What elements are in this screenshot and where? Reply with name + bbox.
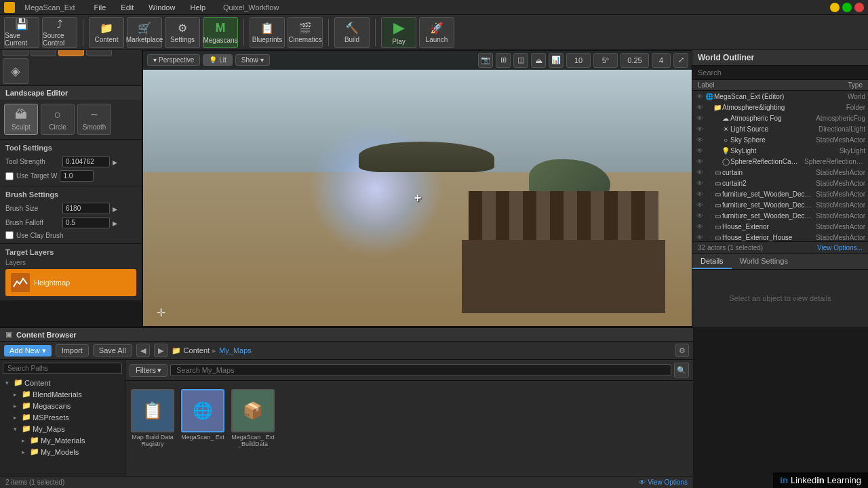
- cinematics-button[interactable]: 🎬Cinematics: [288, 17, 323, 48]
- breadcrumb-my-maps[interactable]: My_Maps: [219, 346, 252, 354]
- menu-help[interactable]: Help: [187, 2, 208, 13]
- outliner-item[interactable]: 👁 ▭ furniture_set_Wooden_Deck_Table Stat…: [692, 210, 868, 221]
- tree-item[interactable]: ▸ 📁 Megascans: [3, 400, 122, 411]
- viewport-maximize-button[interactable]: ⤢: [673, 53, 688, 68]
- navigate-back-button[interactable]: ◀: [136, 344, 150, 357]
- search-paths-input[interactable]: [3, 363, 122, 374]
- visibility-icon[interactable]: 👁: [695, 124, 705, 134]
- outliner-view-options-button[interactable]: View Options...: [817, 244, 863, 251]
- viewport-perspective-dropdown[interactable]: ▾ Perspective: [147, 54, 200, 66]
- viewport-angle-button[interactable]: 5°: [593, 53, 618, 68]
- viewport-scale-button[interactable]: 0.25: [620, 53, 649, 68]
- geometry-mode-button[interactable]: ◈: [3, 58, 28, 84]
- navigate-forward-button[interactable]: ▶: [154, 344, 167, 357]
- use-target-input[interactable]: [60, 170, 94, 182]
- tab-details[interactable]: Details: [692, 254, 732, 269]
- filters-button[interactable]: Filters ▾: [130, 364, 167, 377]
- megascans-button[interactable]: MMegascans: [203, 17, 238, 48]
- visibility-icon[interactable]: 👁: [695, 211, 705, 220]
- visibility-icon[interactable]: 👁: [695, 102, 705, 112]
- outliner-item[interactable]: 👁 ▭ furniture_set_Wooden_Deck_Chair Stat…: [692, 199, 868, 210]
- outliner-search-input[interactable]: [692, 66, 868, 80]
- outliner-item[interactable]: 👁 ▭ curtain StaticMeshActor: [692, 167, 868, 178]
- save-current-button[interactable]: 💾Save Current: [4, 17, 39, 48]
- outliner-item[interactable]: 👁 🌐 MegaScan_Ext (Editor) World: [692, 91, 868, 102]
- outliner-item[interactable]: 👁 ☁ Atmospheric Fog AtmosphericFog: [692, 113, 868, 123]
- settings-button[interactable]: ⚙Settings: [165, 17, 200, 48]
- tab-world-settings[interactable]: World Settings: [732, 254, 796, 269]
- content-button[interactable]: 📁Content: [89, 17, 124, 48]
- brush-size-expand[interactable]: ▸: [113, 203, 117, 214]
- outliner-item[interactable]: 👁 ▭ furniture_set_Wooden_Deck_Chair Stat…: [692, 188, 868, 199]
- tree-item[interactable]: ▸ 📁 My_Models: [3, 446, 122, 458]
- menu-file[interactable]: File: [92, 2, 109, 13]
- cb-view-options-button[interactable]: 👁 View Options: [639, 479, 688, 486]
- viewport-lit-button[interactable]: 💡 Lit: [203, 54, 233, 66]
- menu-window[interactable]: Window: [146, 2, 178, 13]
- heightmap-layer[interactable]: Heightmap: [5, 269, 136, 296]
- import-button[interactable]: Import: [56, 344, 89, 357]
- tool-strength-expand[interactable]: ▸: [113, 157, 117, 167]
- tree-item[interactable]: ▾ 📁 Content: [3, 377, 122, 388]
- outliner-item[interactable]: 👁 💡 SkyLight SkyLight: [692, 145, 868, 156]
- save-all-button[interactable]: Save All: [93, 344, 132, 357]
- outliner-item[interactable]: 👁 ▭ House_Exterior_House StaticMeshActor: [692, 232, 868, 241]
- outliner-item[interactable]: 👁 ▭ curtain2 StaticMeshActor: [692, 178, 868, 188]
- content-search-button[interactable]: 🔍: [674, 363, 689, 378]
- visibility-icon[interactable]: 👁: [695, 135, 705, 144]
- tree-item[interactable]: ▾ 📁 My_Maps: [3, 423, 122, 434]
- viewport-camera-button[interactable]: 📷: [478, 53, 493, 68]
- brush-falloff-expand[interactable]: ▸: [113, 218, 117, 228]
- maximize-button[interactable]: [842, 3, 852, 12]
- sculpt-tool-button[interactable]: 🏔 Sculpt: [4, 104, 38, 135]
- visibility-icon[interactable]: 👁: [695, 178, 705, 188]
- outliner-item[interactable]: 👁 ○ Sky Sphere StaticMeshActor: [692, 134, 868, 145]
- viewport-fov-button[interactable]: 10: [566, 53, 591, 68]
- cb-settings-button[interactable]: ⚙: [675, 344, 689, 357]
- outliner-item[interactable]: 👁 📁 Atmosphere&lighting Folder: [692, 102, 868, 113]
- asset-item[interactable]: 🌐 MegaScan_ Ext: [180, 389, 226, 447]
- breadcrumb-content[interactable]: Content: [184, 346, 210, 354]
- launch-button[interactable]: 🚀Launch: [419, 17, 454, 48]
- use-clay-checkbox[interactable]: [5, 231, 14, 239]
- content-search-input[interactable]: [170, 364, 671, 376]
- marketplace-button[interactable]: 🛒Marketplace: [127, 17, 162, 48]
- viewport-grid-size-button[interactable]: 4: [652, 53, 671, 68]
- viewport-stats-button[interactable]: 📊: [549, 53, 564, 68]
- tree-item[interactable]: ▸ 📁 MSPresets: [3, 411, 122, 423]
- brush-size-input[interactable]: [62, 203, 110, 214]
- visibility-icon[interactable]: 👁: [695, 157, 705, 166]
- viewport-terrain-button[interactable]: ⛰: [531, 53, 546, 68]
- visibility-icon[interactable]: 👁: [695, 232, 705, 241]
- visibility-icon[interactable]: 👁: [695, 113, 705, 123]
- brush-falloff-input[interactable]: [62, 217, 110, 228]
- smooth-tool-button[interactable]: ~ Smooth: [77, 104, 111, 135]
- source-control-button[interactable]: ⤴Source Control: [42, 17, 77, 48]
- asset-item[interactable]: 📦 MegaScan_ Ext_BuildData: [230, 389, 276, 447]
- asset-item[interactable]: 📋 Map Build Data Registry: [130, 389, 176, 447]
- visibility-icon[interactable]: 👁: [695, 146, 705, 155]
- viewport-wireframe-button[interactable]: ◫: [513, 53, 528, 68]
- build-button[interactable]: 🔨Build: [334, 17, 370, 48]
- blueprints-button[interactable]: 📋Blueprints: [250, 17, 285, 48]
- use-target-checkbox[interactable]: [5, 172, 14, 180]
- viewport-show-button[interactable]: Show ▾: [235, 54, 270, 66]
- tool-strength-input[interactable]: [62, 156, 110, 167]
- play-button[interactable]: ▶Play: [381, 17, 416, 48]
- minimize-button[interactable]: [830, 3, 840, 12]
- visibility-icon[interactable]: 👁: [695, 167, 705, 177]
- tree-item[interactable]: ▸ 📁 BlendMaterials: [3, 388, 122, 400]
- circle-tool-button[interactable]: ○ Circle: [41, 104, 75, 135]
- visibility-icon[interactable]: 👁: [695, 222, 705, 231]
- outliner-item[interactable]: 👁 ☀ Light Source DirectionalLight: [692, 123, 868, 134]
- add-new-button[interactable]: Add New ▾: [4, 345, 52, 357]
- viewport-grid-button[interactable]: ⊞: [496, 53, 511, 68]
- menu-edit[interactable]: Edit: [118, 2, 136, 13]
- close-button[interactable]: [854, 3, 864, 12]
- visibility-icon[interactable]: 👁: [695, 200, 705, 209]
- visibility-icon[interactable]: 👁: [695, 92, 705, 101]
- tree-item[interactable]: ▸ 📁 My_Materials: [3, 434, 122, 446]
- outliner-item[interactable]: 👁 ◯ SphereReflectionCapture SphereReflec…: [692, 156, 868, 167]
- visibility-icon[interactable]: 👁: [695, 189, 705, 199]
- outliner-item[interactable]: 👁 ▭ House_Exterior StaticMeshActor: [692, 221, 868, 232]
